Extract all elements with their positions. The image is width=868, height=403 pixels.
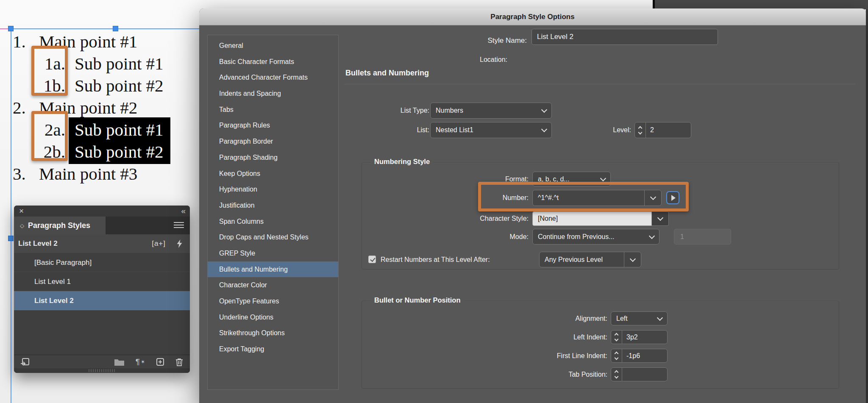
list-item: 1a. Sub point #1 (0, 53, 199, 75)
frame-handle-left-middle[interactable] (8, 236, 14, 241)
style-item-list-level-1[interactable]: List Level 1 (14, 272, 190, 291)
clear-overrides-icon[interactable]: ¶✶ (136, 357, 145, 367)
active-style-row: List Level 2 [a+] (14, 234, 190, 253)
dialog-titlebar: Paragraph Style Options (199, 8, 866, 25)
style-group-folder-icon[interactable] (114, 358, 125, 366)
sidebar-item-character-color[interactable]: Character Color (208, 277, 338, 293)
level-label: Level: (572, 122, 631, 138)
play-triangle-icon (671, 195, 676, 201)
app-background-right (866, 9, 868, 403)
panel-resize-grip[interactable] (14, 368, 190, 373)
list-item: 2. Main point #2 (0, 97, 199, 119)
chevron-down-icon (653, 312, 667, 325)
number-value: ^1^#.^t (533, 194, 644, 202)
sidebar-item-strikethrough-options[interactable]: Strikethrough Options (208, 325, 338, 341)
sidebar-item-basic-character-formats[interactable]: Basic Character Formats (208, 54, 338, 70)
level-stepper-field[interactable]: 2 (634, 122, 691, 138)
chevron-down-icon (645, 229, 659, 244)
list-item: 3. Main point #3 (0, 163, 199, 185)
sidebar-item-underline-options[interactable]: Underline Options (208, 309, 338, 325)
sidebar-item-advanced-character-formats[interactable]: Advanced Character Formats (208, 69, 338, 86)
sidebar-item-paragraph-rules[interactable]: Paragraph Rules (208, 117, 338, 133)
alignment-dropdown[interactable]: Left (611, 311, 668, 325)
collapse-panel-icon[interactable]: « (181, 206, 185, 216)
sidebar-item-bullets-and-numbering[interactable]: Bullets and Numbering (208, 261, 338, 278)
style-item-basic-paragraph[interactable]: [Basic Paragraph] (14, 253, 190, 272)
app-background-strip (653, 0, 868, 9)
list-marker: 3. (13, 163, 26, 185)
style-override-icon[interactable]: [a+] (152, 239, 166, 248)
list-item-selected: 2b. Sub point #2 (0, 141, 199, 163)
level-value[interactable]: 2 (646, 122, 691, 138)
list-item: 1. Main point #1 (0, 31, 199, 53)
list-item-selected: 2a. Sub point #1 (0, 119, 199, 141)
restart-numbers-checkbox[interactable] (368, 256, 376, 263)
level-stepper[interactable] (635, 122, 646, 138)
numbering-style-group-title: Numbering Style (370, 158, 434, 166)
list-dropdown[interactable]: Nested List1 (430, 122, 552, 138)
create-new-style-icon[interactable] (156, 358, 164, 366)
sidebar-item-indents-and-spacing[interactable]: Indents and Spacing (208, 86, 338, 102)
list-type-dropdown[interactable]: Numbers (430, 103, 552, 119)
list-marker: 1. (13, 31, 26, 53)
active-style-name: List Level 2 (18, 239, 58, 248)
sidebar-item-justification[interactable]: Justification (208, 197, 338, 214)
sidebar-item-export-tagging[interactable]: Export Tagging (208, 341, 338, 357)
panel-menu-icon[interactable] (174, 222, 184, 229)
tab-position-field[interactable] (611, 367, 668, 381)
first-line-indent-stepper[interactable] (611, 349, 622, 362)
left-indent-stepper[interactable] (611, 331, 622, 344)
sidebar-item-general[interactable]: General (208, 38, 338, 54)
annotation-box-sub-numbers-2 (31, 111, 68, 161)
section-separator (344, 84, 855, 84)
mode-dropdown[interactable]: Continue from Previous... (532, 229, 659, 245)
text-frame-top-edge (11, 28, 199, 29)
sidebar-item-hyphenation[interactable]: Hyphenation (208, 181, 338, 197)
sidebar-item-drop-caps-and-nested-styles[interactable]: Drop Caps and Nested Styles (208, 229, 338, 245)
character-style-dropdown[interactable]: [None] (532, 211, 652, 226)
insert-special-character-button[interactable] (666, 191, 679, 204)
list-text: Sub point #1 (75, 53, 164, 75)
number-label: Number: (411, 190, 529, 206)
character-style-chevron[interactable] (652, 211, 669, 226)
restart-level-dropdown[interactable]: Any Previous Level (539, 252, 641, 267)
restart-numbers-label: Restart Numbers at This Level After: (381, 253, 490, 266)
sidebar-item-paragraph-shading[interactable]: Paragraph Shading (208, 150, 338, 166)
first-line-indent-label: First Line Indent: (496, 349, 607, 363)
list-item: 1b. Sub point #2 (0, 75, 199, 97)
styles-list: [Basic Paragraph] List Level 1 List Leve… (14, 253, 190, 355)
character-style-label: Character Style: (411, 211, 529, 226)
alignment-label: Alignment: (496, 311, 607, 325)
sidebar-item-grep-style[interactable]: GREP Style (208, 245, 338, 261)
list-marker: 2. (13, 97, 26, 119)
tab-paragraph-styles[interactable]: ◇ Paragraph Styles (14, 217, 106, 234)
list-text-highlighted: Sub point #2 (69, 139, 170, 164)
sidebar-item-tabs[interactable]: Tabs (208, 102, 338, 118)
chevron-down-icon (624, 252, 641, 267)
paragraph-styles-panel: × « ◇ Paragraph Styles List Level 2 [a+]… (14, 206, 190, 373)
sidebar-item-paragraph-border[interactable]: Paragraph Border (208, 133, 338, 150)
lightning-bolt-icon[interactable] (176, 239, 183, 248)
left-indent-field[interactable]: 3p2 (611, 330, 668, 344)
number-combo-field[interactable]: ^1^#.^t (532, 190, 662, 206)
load-styles-icon[interactable] (20, 357, 30, 367)
close-icon[interactable]: × (19, 206, 24, 216)
mode-start-number-field-disabled: 1 (674, 229, 731, 245)
sidebar-item-opentype-features[interactable]: OpenType Features (208, 293, 338, 309)
bullet-position-group-title: Bullet or Number Position (370, 296, 465, 304)
list-type-label: List Type: (343, 103, 429, 119)
style-name-label: Style Name: (411, 32, 527, 49)
style-name-input[interactable]: List Level 2 (531, 29, 718, 45)
paragraph-style-options-dialog: Paragraph Style Options General Basic Ch… (199, 8, 866, 403)
sidebar-item-keep-options[interactable]: Keep Options (208, 166, 338, 182)
first-line-indent-field[interactable]: -1p6 (611, 349, 668, 363)
list-label: List: (343, 122, 429, 138)
chevron-down-icon[interactable] (644, 190, 661, 206)
list-text: Main point #3 (39, 163, 137, 185)
chevron-down-icon (537, 103, 551, 118)
delete-style-trash-icon[interactable] (175, 358, 183, 366)
tab-position-stepper[interactable] (611, 368, 622, 381)
panel-tab-label: Paragraph Styles (28, 221, 90, 230)
sidebar-item-span-columns[interactable]: Span Columns (208, 214, 338, 230)
style-item-list-level-2[interactable]: List Level 2 (14, 291, 190, 310)
